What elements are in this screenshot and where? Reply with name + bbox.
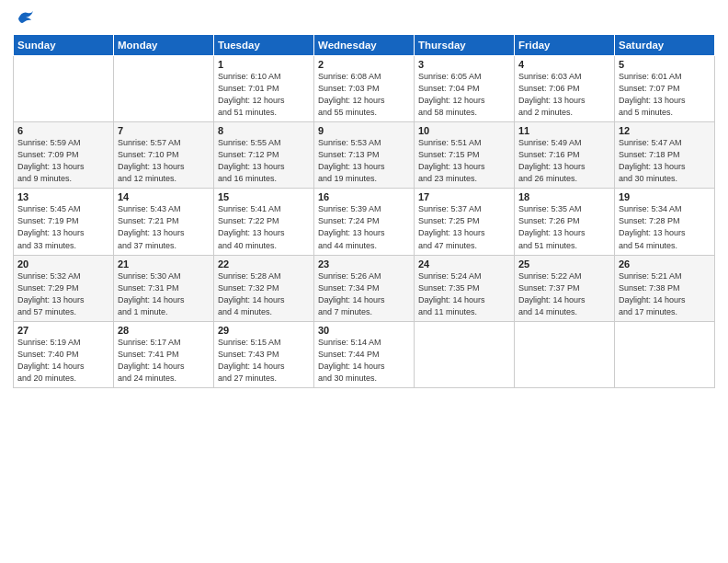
day-info: Sunrise: 5:57 AM Sunset: 7:10 PM Dayligh… <box>118 137 210 185</box>
calendar-cell: 8Sunrise: 5:55 AM Sunset: 7:12 PM Daylig… <box>214 122 314 189</box>
day-number: 26 <box>619 259 711 270</box>
calendar-cell: 9Sunrise: 5:53 AM Sunset: 7:13 PM Daylig… <box>314 122 415 189</box>
day-number: 17 <box>418 191 510 202</box>
day-number: 20 <box>17 259 109 270</box>
calendar-cell: 27Sunrise: 5:19 AM Sunset: 7:40 PM Dayli… <box>14 321 114 387</box>
day-number: 13 <box>17 191 109 202</box>
day-info: Sunrise: 5:14 AM Sunset: 7:44 PM Dayligh… <box>318 337 410 385</box>
logo <box>13 9 35 27</box>
calendar-cell: 3Sunrise: 6:05 AM Sunset: 7:04 PM Daylig… <box>415 56 515 122</box>
calendar-cell: 7Sunrise: 5:57 AM Sunset: 7:10 PM Daylig… <box>114 122 214 189</box>
day-info: Sunrise: 5:53 AM Sunset: 7:13 PM Dayligh… <box>318 137 410 185</box>
day-number: 27 <box>17 325 109 336</box>
weekday-header-friday: Friday <box>515 35 615 56</box>
calendar-cell: 21Sunrise: 5:30 AM Sunset: 7:31 PM Dayli… <box>114 255 214 321</box>
weekday-header-row: SundayMondayTuesdayWednesdayThursdayFrid… <box>14 35 715 56</box>
calendar-cell: 17Sunrise: 5:37 AM Sunset: 7:25 PM Dayli… <box>415 189 515 255</box>
week-row-3: 13Sunrise: 5:45 AM Sunset: 7:19 PM Dayli… <box>14 189 715 255</box>
day-info: Sunrise: 5:32 AM Sunset: 7:29 PM Dayligh… <box>17 270 109 318</box>
calendar-cell: 1Sunrise: 6:10 AM Sunset: 7:01 PM Daylig… <box>214 56 314 122</box>
calendar-cell: 24Sunrise: 5:24 AM Sunset: 7:35 PM Dayli… <box>415 255 515 321</box>
calendar-cell: 30Sunrise: 5:14 AM Sunset: 7:44 PM Dayli… <box>314 321 415 387</box>
day-info: Sunrise: 5:59 AM Sunset: 7:09 PM Dayligh… <box>17 137 109 185</box>
weekday-header-wednesday: Wednesday <box>314 35 415 56</box>
calendar-cell: 13Sunrise: 5:45 AM Sunset: 7:19 PM Dayli… <box>14 189 114 255</box>
day-number: 2 <box>318 59 410 70</box>
calendar-cell: 22Sunrise: 5:28 AM Sunset: 7:32 PM Dayli… <box>214 255 314 321</box>
day-info: Sunrise: 5:51 AM Sunset: 7:15 PM Dayligh… <box>418 137 510 185</box>
calendar-cell: 19Sunrise: 5:34 AM Sunset: 7:28 PM Dayli… <box>615 189 715 255</box>
calendar-cell: 2Sunrise: 6:08 AM Sunset: 7:03 PM Daylig… <box>314 56 415 122</box>
day-number: 4 <box>518 59 610 70</box>
calendar-cell: 10Sunrise: 5:51 AM Sunset: 7:15 PM Dayli… <box>415 122 515 189</box>
week-row-2: 6Sunrise: 5:59 AM Sunset: 7:09 PM Daylig… <box>14 122 715 189</box>
calendar-cell: 16Sunrise: 5:39 AM Sunset: 7:24 PM Dayli… <box>314 189 415 255</box>
day-info: Sunrise: 5:21 AM Sunset: 7:38 PM Dayligh… <box>619 270 711 318</box>
calendar-cell: 29Sunrise: 5:15 AM Sunset: 7:43 PM Dayli… <box>214 321 314 387</box>
logo-bird-icon <box>15 9 35 30</box>
weekday-header-sunday: Sunday <box>14 35 114 56</box>
day-number: 8 <box>218 125 310 136</box>
day-number: 3 <box>418 59 510 70</box>
day-number: 25 <box>518 259 610 270</box>
day-number: 16 <box>318 191 410 202</box>
day-number: 28 <box>118 325 210 336</box>
day-number: 10 <box>418 125 510 136</box>
day-info: Sunrise: 5:30 AM Sunset: 7:31 PM Dayligh… <box>118 270 210 318</box>
calendar-cell: 20Sunrise: 5:32 AM Sunset: 7:29 PM Dayli… <box>14 255 114 321</box>
day-info: Sunrise: 6:08 AM Sunset: 7:03 PM Dayligh… <box>318 71 410 119</box>
day-info: Sunrise: 6:03 AM Sunset: 7:06 PM Dayligh… <box>518 71 610 119</box>
day-number: 22 <box>218 259 310 270</box>
day-info: Sunrise: 5:43 AM Sunset: 7:21 PM Dayligh… <box>118 203 210 251</box>
day-info: Sunrise: 5:26 AM Sunset: 7:34 PM Dayligh… <box>318 270 410 318</box>
day-info: Sunrise: 5:17 AM Sunset: 7:41 PM Dayligh… <box>118 337 210 385</box>
day-number: 14 <box>118 191 210 202</box>
day-number: 18 <box>518 191 610 202</box>
calendar-cell <box>615 321 715 387</box>
week-row-5: 27Sunrise: 5:19 AM Sunset: 7:40 PM Dayli… <box>14 321 715 387</box>
calendar-cell: 11Sunrise: 5:49 AM Sunset: 7:16 PM Dayli… <box>515 122 615 189</box>
calendar-table: SundayMondayTuesdayWednesdayThursdayFrid… <box>13 34 715 388</box>
day-info: Sunrise: 5:28 AM Sunset: 7:32 PM Dayligh… <box>218 270 310 318</box>
day-info: Sunrise: 5:34 AM Sunset: 7:28 PM Dayligh… <box>619 203 711 251</box>
calendar-cell: 14Sunrise: 5:43 AM Sunset: 7:21 PM Dayli… <box>114 189 214 255</box>
week-row-4: 20Sunrise: 5:32 AM Sunset: 7:29 PM Dayli… <box>14 255 715 321</box>
day-info: Sunrise: 5:19 AM Sunset: 7:40 PM Dayligh… <box>17 337 109 385</box>
day-info: Sunrise: 5:24 AM Sunset: 7:35 PM Dayligh… <box>418 270 510 318</box>
calendar-cell: 12Sunrise: 5:47 AM Sunset: 7:18 PM Dayli… <box>615 122 715 189</box>
day-info: Sunrise: 6:10 AM Sunset: 7:01 PM Dayligh… <box>218 71 310 119</box>
day-number: 5 <box>619 59 711 70</box>
day-number: 7 <box>118 125 210 136</box>
week-row-1: 1Sunrise: 6:10 AM Sunset: 7:01 PM Daylig… <box>14 56 715 122</box>
day-info: Sunrise: 5:15 AM Sunset: 7:43 PM Dayligh… <box>218 337 310 385</box>
calendar-cell: 15Sunrise: 5:41 AM Sunset: 7:22 PM Dayli… <box>214 189 314 255</box>
weekday-header-thursday: Thursday <box>415 35 515 56</box>
page: SundayMondayTuesdayWednesdayThursdayFrid… <box>0 0 728 563</box>
calendar-cell <box>415 321 515 387</box>
day-number: 19 <box>619 191 711 202</box>
day-info: Sunrise: 5:49 AM Sunset: 7:16 PM Dayligh… <box>518 137 610 185</box>
calendar-cell: 23Sunrise: 5:26 AM Sunset: 7:34 PM Dayli… <box>314 255 415 321</box>
day-number: 9 <box>318 125 410 136</box>
day-number: 15 <box>218 191 310 202</box>
day-number: 29 <box>218 325 310 336</box>
day-info: Sunrise: 6:01 AM Sunset: 7:07 PM Dayligh… <box>619 71 711 119</box>
header <box>13 9 715 27</box>
day-number: 6 <box>17 125 109 136</box>
calendar-cell: 25Sunrise: 5:22 AM Sunset: 7:37 PM Dayli… <box>515 255 615 321</box>
calendar-cell: 18Sunrise: 5:35 AM Sunset: 7:26 PM Dayli… <box>515 189 615 255</box>
day-info: Sunrise: 5:45 AM Sunset: 7:19 PM Dayligh… <box>17 203 109 251</box>
day-info: Sunrise: 6:05 AM Sunset: 7:04 PM Dayligh… <box>418 71 510 119</box>
day-info: Sunrise: 5:37 AM Sunset: 7:25 PM Dayligh… <box>418 203 510 251</box>
day-number: 23 <box>318 259 410 270</box>
day-number: 11 <box>518 125 610 136</box>
weekday-header-monday: Monday <box>114 35 214 56</box>
weekday-header-tuesday: Tuesday <box>214 35 314 56</box>
calendar-cell: 5Sunrise: 6:01 AM Sunset: 7:07 PM Daylig… <box>615 56 715 122</box>
day-info: Sunrise: 5:41 AM Sunset: 7:22 PM Dayligh… <box>218 203 310 251</box>
day-info: Sunrise: 5:22 AM Sunset: 7:37 PM Dayligh… <box>518 270 610 318</box>
day-number: 21 <box>118 259 210 270</box>
calendar-cell: 4Sunrise: 6:03 AM Sunset: 7:06 PM Daylig… <box>515 56 615 122</box>
day-number: 12 <box>619 125 711 136</box>
calendar-cell: 6Sunrise: 5:59 AM Sunset: 7:09 PM Daylig… <box>14 122 114 189</box>
